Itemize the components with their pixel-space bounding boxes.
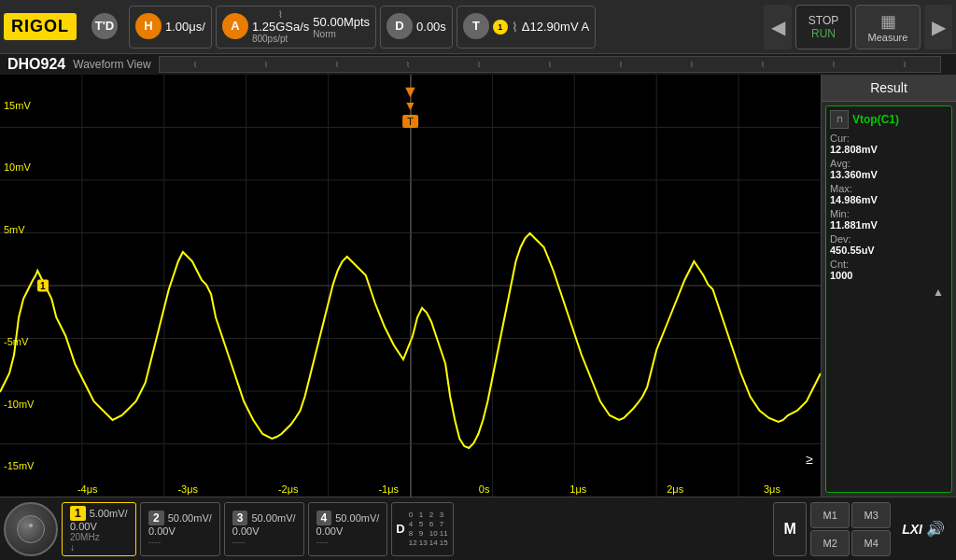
ch3-dots: ----: [232, 537, 296, 547]
result-cur-value: 12.808mV: [830, 144, 948, 155]
result-max-value: 14.986mV: [830, 194, 948, 205]
stop-run-button[interactable]: STOP RUN: [795, 5, 851, 49]
digital-grid: 0123 4567 891011 12131415: [409, 511, 449, 547]
horizontal-group[interactable]: H 1.00μs/: [129, 6, 212, 49]
bottom-bar: 1 5.00mV/ 0.00V 20MHz ↓ 2 50.00mV/ 0.00V…: [0, 497, 956, 560]
result-cur-row: Cur: 12.808mV: [830, 133, 948, 155]
speaker-icon[interactable]: 🔊: [926, 520, 945, 538]
more-button[interactable]: ≥: [802, 450, 817, 469]
ch1-range: 5.00mV/: [90, 508, 128, 519]
knob-inner: [17, 515, 45, 543]
h-value: 1.00μs/: [165, 20, 205, 34]
trigger-wave-icon: ⌇: [278, 9, 283, 20]
td-badge: T'D: [91, 13, 118, 39]
ch1-header: 1 5.00mV/: [70, 506, 128, 521]
knob-dot: [29, 524, 33, 527]
nav-left-arrow[interactable]: ◀: [764, 5, 792, 49]
device-bar: DHO924 Waveform View ⌇⌇⌇⌇ ⌇⌇⌇⌇ ⌇⌇⌇: [0, 54, 956, 75]
result-cur-label: Cur:: [830, 133, 948, 144]
result-panel: Result ⊓ Vtop(C1) Cur: 12.808mV Avg: 13.…: [821, 75, 956, 497]
rigol-logo: RIGOL: [4, 13, 77, 40]
sample-depth: 50.00Mpts: [313, 15, 370, 29]
a-badge: A: [222, 13, 248, 39]
result-min-row: Min: 11.881mV: [830, 208, 948, 231]
result-dev-row: Dev: 450.55uV: [830, 233, 948, 256]
sample-rate: 1.25GSa/s: [252, 20, 309, 34]
settings-knob[interactable]: [4, 502, 58, 556]
top-toolbar: RIGOL T'D H 1.00μs/ A ⌇ 1.25GSa/s 800ps/…: [0, 0, 956, 54]
h-badge: H: [135, 13, 162, 39]
result-card-vtop[interactable]: ⊓ Vtop(C1) Cur: 12.808mV Avg: 13.360mV M…: [825, 105, 952, 493]
ch4-dots: ----: [316, 537, 380, 547]
ch2-offset: 0.00V: [148, 525, 212, 537]
m3-button[interactable]: M3: [851, 502, 891, 528]
channel-3-button[interactable]: 3 50.00mV/ 0.00V ----: [224, 502, 304, 556]
result-dev-value: 450.55uV: [830, 245, 948, 256]
time-ruler-bg: ⌇⌇⌇⌇ ⌇⌇⌇⌇ ⌇⌇⌇: [159, 56, 941, 73]
ch1-badge: 1: [70, 506, 86, 521]
ch2-range: 50.00mV/: [168, 512, 212, 524]
digital-label: D: [396, 522, 404, 536]
result-max-row: Max: 14.986mV: [830, 183, 948, 205]
digital-block[interactable]: D 0123 4567 891011 12131415: [391, 502, 453, 556]
trigger-wave-indicator: ⌇: [252, 9, 309, 20]
measure-button[interactable]: ▦ Measure: [855, 5, 921, 49]
result-panel-title: Result: [822, 75, 956, 102]
pts-per-div: 800ps/pt: [252, 34, 309, 44]
m-sub-buttons: M1 M3 M2 M4: [810, 502, 891, 556]
result-min-value: 11.881mV: [830, 219, 948, 231]
m4-button[interactable]: M4: [851, 530, 891, 556]
time-ruler: ⌇⌇⌇⌇ ⌇⌇⌇⌇ ⌇⌇⌇: [159, 56, 941, 73]
stop-label: STOP: [808, 14, 838, 27]
trigger-marker: T: [402, 115, 419, 128]
lxi-section: LXI 🔊: [894, 520, 952, 538]
ch2-badge: 2: [148, 511, 164, 525]
ch3-badge: 3: [232, 511, 248, 525]
result-avg-label: Avg:: [830, 158, 948, 169]
result-wave-icon: ⊓: [830, 110, 849, 129]
trigger-level: Δ12.90mV A: [522, 20, 589, 34]
result-scroll-indicator: ▲: [830, 284, 948, 301]
result-min-label: Min:: [830, 208, 948, 219]
trigger-group[interactable]: T 1 ⌇ Δ12.90mV A: [457, 6, 596, 49]
device-name: DHO924: [7, 56, 65, 73]
delay-group[interactable]: D 0.00s: [380, 6, 453, 49]
trigger-ch-badge: 1: [493, 20, 508, 35]
result-card-header: ⊓ Vtop(C1): [830, 110, 948, 129]
t-badge: T: [463, 13, 489, 39]
run-label: RUN: [811, 27, 836, 40]
measure-label: Measure: [868, 32, 908, 43]
result-cnt-value: 1000: [830, 270, 948, 281]
result-dev-label: Dev:: [830, 233, 948, 245]
measure-icon: ▦: [880, 11, 896, 32]
ch1-offset: 0.00V: [70, 521, 128, 532]
ch1-bw: 20MHz: [70, 532, 128, 542]
result-avg-row: Avg: 13.360mV: [830, 158, 948, 180]
m1-button[interactable]: M1: [810, 502, 850, 528]
nav-right-arrow[interactable]: ▶: [924, 5, 952, 49]
ch4-range: 50.00mV/: [335, 512, 379, 524]
td-button[interactable]: T'D: [84, 5, 125, 49]
acq-mode: Norm: [313, 29, 370, 39]
scope-display[interactable]: ▼ ▼ T 15mV 10mV 5mV -5mV -10mV -15mV 1 -…: [0, 75, 821, 497]
trigger-arrow: ▼ ▼ T: [402, 82, 419, 128]
acquisition-group[interactable]: A ⌇ 1.25GSa/s 800ps/pt 50.00Mpts Norm: [216, 6, 376, 49]
waveform-display: [0, 75, 821, 497]
main-content: ▼ ▼ T 15mV 10mV 5mV -5mV -10mV -15mV 1 -…: [0, 75, 956, 497]
result-avg-value: 13.360mV: [830, 169, 948, 180]
result-max-label: Max:: [830, 183, 948, 194]
channel-1-button[interactable]: 1 5.00mV/ 0.00V 20MHz ↓: [62, 502, 136, 556]
channel-4-button[interactable]: 4 50.00mV/ 0.00V ----: [308, 502, 388, 556]
d-badge: D: [387, 13, 413, 39]
result-cnt-row: Cnt: 1000: [830, 259, 948, 281]
m-button[interactable]: M: [773, 502, 807, 556]
ch4-offset: 0.00V: [316, 525, 380, 537]
channel-1-indicator: 1: [37, 280, 49, 292]
ch2-dots: ----: [148, 537, 212, 547]
channel-2-button[interactable]: 2 50.00mV/ 0.00V ----: [140, 502, 220, 556]
ch2-header: 2 50.00mV/: [148, 511, 212, 525]
waveform-view-label: Waveform View: [73, 58, 150, 71]
lxi-label: LXI: [902, 522, 922, 537]
ch4-badge: 4: [316, 511, 332, 525]
m2-button[interactable]: M2: [810, 530, 850, 556]
